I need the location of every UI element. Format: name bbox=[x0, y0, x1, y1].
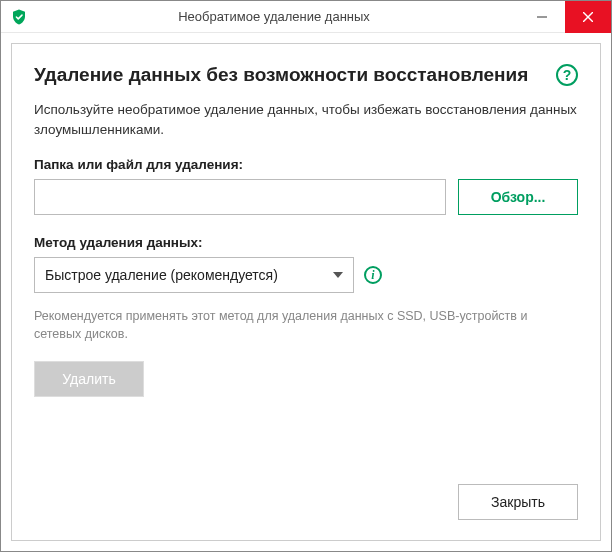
app-window: Необратимое удаление данных Удаление дан… bbox=[0, 0, 612, 552]
minimize-button[interactable] bbox=[519, 1, 565, 33]
path-label: Папка или файл для удаления: bbox=[34, 157, 578, 172]
path-input[interactable] bbox=[34, 179, 446, 215]
titlebar: Необратимое удаление данных bbox=[1, 1, 611, 33]
info-icon[interactable]: i bbox=[364, 266, 382, 284]
app-shield-icon bbox=[9, 7, 29, 27]
browse-button[interactable]: Обзор... bbox=[458, 179, 578, 215]
delete-button[interactable]: Удалить bbox=[34, 361, 144, 397]
chevron-down-icon bbox=[333, 272, 343, 278]
close-button[interactable]: Закрыть bbox=[458, 484, 578, 520]
intro-text: Используйте необратимое удаление данных,… bbox=[34, 100, 578, 139]
method-select-value: Быстрое удаление (рекомендуется) bbox=[45, 267, 278, 283]
window-controls bbox=[519, 1, 611, 32]
close-window-button[interactable] bbox=[565, 1, 611, 33]
window-title: Необратимое удаление данных bbox=[29, 9, 519, 24]
method-select[interactable]: Быстрое удаление (рекомендуется) bbox=[34, 257, 354, 293]
content-wrap: Удаление данных без возможности восстано… bbox=[1, 33, 611, 551]
main-panel: Удаление данных без возможности восстано… bbox=[11, 43, 601, 541]
help-icon[interactable]: ? bbox=[556, 64, 578, 86]
footer: Закрыть bbox=[34, 474, 578, 520]
method-label: Метод удаления данных: bbox=[34, 235, 578, 250]
page-heading: Удаление данных без возможности восстано… bbox=[34, 64, 528, 86]
method-hint: Рекомендуется применять этот метод для у… bbox=[34, 307, 578, 343]
method-row: Быстрое удаление (рекомендуется) i bbox=[34, 257, 578, 293]
path-row: Обзор... bbox=[34, 179, 578, 215]
heading-row: Удаление данных без возможности восстано… bbox=[34, 64, 578, 86]
